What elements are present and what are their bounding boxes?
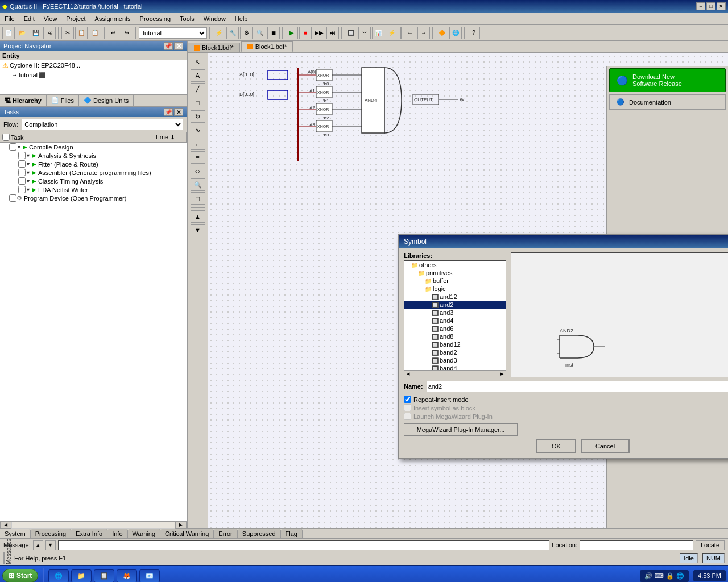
undo-button[interactable]: ↩ <box>107 27 119 39</box>
tool2-button[interactable]: 🔧 <box>226 27 239 39</box>
msg-down-button[interactable]: ▼ <box>46 540 56 550</box>
task-checkbox[interactable] <box>18 169 26 176</box>
scroll-left-button[interactable]: ◀ <box>0 522 11 529</box>
rtl-button[interactable]: 🔶 <box>436 27 448 39</box>
task-all-checkbox[interactable] <box>2 134 10 141</box>
open-button[interactable]: 📂 <box>16 27 28 39</box>
status-tab-suppressed[interactable]: Suppressed <box>238 529 281 538</box>
lib-item-primitives[interactable]: 📁 primitives <box>404 269 506 277</box>
back-button[interactable]: ← <box>404 27 416 39</box>
close-button[interactable]: ✕ <box>717 2 726 10</box>
lib-item-and12[interactable]: 🔲 and12 <box>404 293 506 301</box>
sim-button[interactable]: 📊 <box>372 27 384 39</box>
status-tab-error[interactable]: Error <box>214 529 237 538</box>
project-nav-pin[interactable]: 📌 <box>164 42 173 50</box>
compile-button[interactable]: ▶▶ <box>313 27 325 39</box>
lib-item-and3[interactable]: 🔲 and3 <box>404 309 506 317</box>
flow-combo[interactable]: tutorial <box>139 27 207 39</box>
lib-scroll-left[interactable]: ◀ <box>404 371 412 377</box>
menu-view[interactable]: View <box>39 14 62 23</box>
lib-item-buffer[interactable]: 📁 buffer <box>404 277 506 285</box>
vtool-rect2[interactable]: ◻ <box>191 192 205 205</box>
taskbar-ie-button[interactable]: 🌐 <box>48 569 69 583</box>
lib-item-and6[interactable]: 🔲 and6 <box>404 325 506 332</box>
task-checkbox[interactable] <box>18 177 26 185</box>
chip-button[interactable]: 🔲 <box>345 27 357 39</box>
minimize-button[interactable]: − <box>696 2 705 10</box>
menu-processing[interactable]: Processing <box>135 14 175 23</box>
menu-edit[interactable]: Edit <box>19 14 39 23</box>
doc-tab-2[interactable]: Block1.bdf* <box>241 41 293 52</box>
task-row[interactable]: ▼ ▶ Analysis & Synthesis <box>0 151 187 160</box>
download-button[interactable]: 🔵 Download NewSoftware Release <box>609 68 726 92</box>
project-nav-close[interactable]: ✕ <box>174 42 183 50</box>
taskbar-outlook-button[interactable]: 📧 <box>139 569 160 583</box>
forward-button[interactable]: → <box>417 27 430 39</box>
task-checkbox[interactable] <box>18 152 26 159</box>
ok-button[interactable]: OK <box>536 439 576 453</box>
horizontal-scrollbar[interactable]: ◀ ▶ <box>0 521 187 528</box>
lib-item-band3[interactable]: 🔲 band3 <box>404 356 506 364</box>
taskbar-explorer-button[interactable]: 📁 <box>71 569 92 583</box>
status-tab-system[interactable]: System <box>0 529 31 538</box>
new-button[interactable]: 📄 <box>2 27 15 39</box>
menu-window[interactable]: Window <box>199 14 230 23</box>
redo-button[interactable]: ↪ <box>121 27 133 39</box>
tab-hierarchy[interactable]: 🏗 Hierarchy <box>0 95 47 106</box>
vtool-text[interactable]: A <box>191 69 205 82</box>
project-item[interactable]: → tutorial ⬛ <box>0 70 187 80</box>
task-checkbox[interactable] <box>9 194 16 202</box>
vtool-down[interactable]: ▼ <box>191 224 205 236</box>
power-button[interactable]: ⚡ <box>386 27 398 39</box>
status-tab-extra-info[interactable]: Extra Info <box>71 529 107 538</box>
tool5-button[interactable]: ◼ <box>267 27 280 39</box>
stop-button[interactable]: ■ <box>299 27 312 39</box>
vtool-mirror[interactable]: ⇔ <box>191 165 205 177</box>
tool3-button[interactable]: ⚙ <box>240 27 253 39</box>
vtool-select[interactable]: ↖ <box>191 56 205 68</box>
maximize-button[interactable]: □ <box>706 2 715 10</box>
tool4-button[interactable]: 🔍 <box>254 27 266 39</box>
scroll-right-button[interactable]: ▶ <box>175 522 187 529</box>
paste-button[interactable]: 📋 <box>89 27 101 39</box>
insert-block-checkbox[interactable] <box>404 404 411 411</box>
save-button[interactable]: 💾 <box>30 27 42 39</box>
task-checkbox[interactable] <box>9 143 16 151</box>
copy-button[interactable]: 📋 <box>75 27 88 39</box>
start-button[interactable]: ⊞ Start <box>2 569 38 582</box>
lib-item-band2[interactable]: 🔲 band2 <box>404 348 506 356</box>
tab-design-units[interactable]: 🔷 Design Units <box>79 95 134 106</box>
vtool-search[interactable]: 🔍 <box>191 178 205 191</box>
lib-item-and4[interactable]: 🔲 and4 <box>404 317 506 325</box>
lib-item-and8[interactable]: 🔲 and8 <box>404 332 506 340</box>
lib-item-band12[interactable]: 🔲 band12 <box>404 340 506 348</box>
vtool-bus[interactable]: ≡ <box>191 151 205 164</box>
task-row[interactable]: ▼ ▶ Classic Timing Analysis <box>0 177 187 185</box>
vtool-rect[interactable]: □ <box>191 97 205 109</box>
vtool-rotate[interactable]: ↻ <box>191 110 205 123</box>
vtool-curve[interactable]: ∿ <box>191 124 205 136</box>
print-button[interactable]: 🖨 <box>43 27 56 39</box>
status-tab-processing[interactable]: Processing <box>31 529 71 538</box>
task-row[interactable]: ⚙ Program Device (Open Programmer) <box>0 194 187 202</box>
task-checkbox[interactable] <box>18 186 26 193</box>
vtool-corner[interactable]: ⌐ <box>191 138 205 150</box>
tasks-close[interactable]: ✕ <box>174 108 183 116</box>
lib-item-others[interactable]: 📁 others <box>404 261 506 269</box>
task-row[interactable]: ▼ ▶ Fitter (Place & Route) <box>0 160 187 168</box>
debug-button[interactable]: ⏭ <box>326 27 339 39</box>
tasks-pin[interactable]: 📌 <box>164 108 173 116</box>
menu-assignments[interactable]: Assignments <box>90 14 135 23</box>
tab-files[interactable]: 📄 Files <box>47 95 79 106</box>
net-button[interactable]: 🌐 <box>449 27 462 39</box>
run-button[interactable]: ▶ <box>286 27 298 39</box>
wave-button[interactable]: 〰 <box>358 27 371 39</box>
launch-mega-checkbox[interactable] <box>404 413 411 420</box>
lib-scroll-right[interactable]: ▶ <box>498 371 506 377</box>
cut-button[interactable]: ✂ <box>61 27 74 39</box>
task-row[interactable]: ▼ ▶ Assembler (Generate programming file… <box>0 168 187 177</box>
help-button[interactable]: ? <box>468 27 480 39</box>
task-checkbox[interactable] <box>18 160 26 168</box>
msg-up-button[interactable]: ▲ <box>33 540 43 550</box>
vtool-up[interactable]: ▲ <box>191 210 205 223</box>
